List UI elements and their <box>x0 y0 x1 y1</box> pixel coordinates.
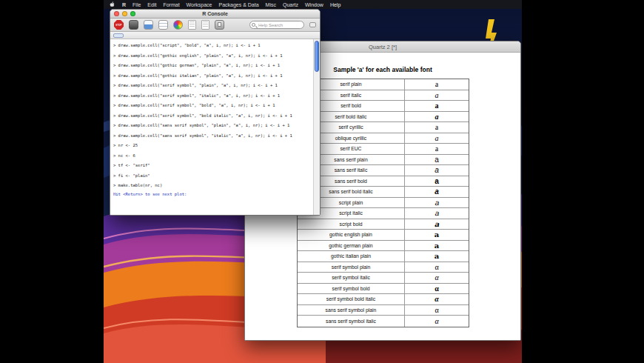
font-name-cell: script bold <box>298 219 405 230</box>
console-line: > draw.sample.cell("serif symbol", "bold… <box>113 101 312 111</box>
font-sample-cell: α <box>405 316 469 327</box>
console-text-area[interactable]: > draw.sample.cell("script", "bold", "a"… <box>110 39 312 215</box>
menu-bar: RFileEditFormatWorkspacePackages & DataM… <box>104 0 522 9</box>
menu-window[interactable]: Window <box>305 2 323 7</box>
font-table-row: serif symbol boldα <box>298 284 469 295</box>
menu-file[interactable]: File <box>133 2 141 7</box>
console-line: > nc <- 6 <box>113 151 312 161</box>
font-sample-cell: a <box>405 219 469 230</box>
font-sample-cell: a <box>405 198 469 208</box>
font-sample-cell: a <box>405 208 469 219</box>
font-sample-cell: α <box>405 284 469 294</box>
toolbar-icons: STOP <box>114 20 224 30</box>
font-sample-cell: a <box>405 122 469 133</box>
console-window: R Console STOP <box>110 9 321 216</box>
menu-edit[interactable]: Edit <box>147 2 156 7</box>
font-sample-cell: a <box>405 155 469 165</box>
zoom-button[interactable] <box>130 11 135 16</box>
apple-menu[interactable] <box>109 1 115 8</box>
menu-items: RFileEditFormatWorkspacePackages & DataM… <box>122 2 341 7</box>
font-table-row: gothic italian plaina <box>298 251 469 262</box>
console-title-bar[interactable]: R Console <box>110 10 320 19</box>
function-browser-button[interactable] <box>113 33 124 38</box>
console-body: > draw.sample.cell("script", "bold", "a"… <box>110 39 320 215</box>
font-table-row: sans serif italica <box>298 165 469 176</box>
font-table-row: sans serif symbol italicα <box>298 316 469 327</box>
console-function-strip <box>110 32 320 39</box>
search-icon <box>252 23 255 27</box>
menu-help[interactable]: Help <box>330 2 341 7</box>
font-sample-cell: a <box>405 251 469 262</box>
font-name-cell: gothic german plain <box>298 241 405 251</box>
menu-workspace[interactable]: Workspace <box>187 2 212 7</box>
font-table-row: serif italica <box>298 90 469 101</box>
font-sample-cell: a <box>405 176 469 187</box>
font-sample-cell: a <box>405 187 469 197</box>
menu-quartz[interactable]: Quartz <box>283 2 298 7</box>
font-table-row: serif symbol plainα <box>298 262 469 273</box>
help-search <box>249 21 304 29</box>
console-line: > draw.sample.cell("serif symbol", "ital… <box>113 91 312 101</box>
font-table-row: serif symbol italicα <box>298 273 469 284</box>
scrollbar-thumb[interactable] <box>315 41 319 72</box>
traffic-lights <box>114 11 135 16</box>
help-search-input[interactable] <box>249 21 304 29</box>
font-name-cell: serif symbol bold italic <box>298 294 405 304</box>
font-table-row: serif bolda <box>298 101 469 112</box>
console-line: > draw.sample.cell("gothic italian", "pl… <box>113 71 312 81</box>
console-line: > draw.sample.cell("script", "bold", "a"… <box>113 41 312 51</box>
console-line: > draw.sample.cell("gothic english", "pl… <box>113 51 312 61</box>
console-line: > draw.sample.cell("sans serif symbol", … <box>113 131 312 141</box>
font-name-cell: serif symbol italic <box>298 273 405 283</box>
grid-icon[interactable] <box>158 20 168 30</box>
font-sample-cell: a <box>405 79 469 90</box>
font-sample-cell: α <box>405 262 469 273</box>
menu-packages-data[interactable]: Packages & Data <box>218 2 258 7</box>
console-window-title: R Console <box>110 11 320 16</box>
font-table-row: sans serif symbol plainα <box>298 305 469 316</box>
minimize-button[interactable] <box>122 11 127 16</box>
console-line: > draw.sample.cell("serif symbol", "bold… <box>113 111 312 121</box>
console-line: > tf <- "serif" <box>113 161 312 171</box>
document-icon[interactable] <box>188 20 196 30</box>
stop-icon-label: STOP <box>115 24 121 27</box>
stop-icon[interactable]: STOP <box>114 20 124 30</box>
font-sample-cell: a <box>405 90 469 101</box>
toolbar-overflow-button[interactable] <box>309 22 316 27</box>
console-line: > fi <- "plain" <box>113 171 312 182</box>
font-name-cell: gothic italian plain <box>298 251 405 262</box>
document2-icon[interactable] <box>201 20 209 30</box>
font-sample-cell: α <box>405 305 469 316</box>
printer-icon[interactable] <box>215 20 224 30</box>
font-table-row: gothic german plaina <box>298 241 469 252</box>
font-name-cell: sans serif symbol plain <box>298 305 405 316</box>
font-table-row: sans serif plaina <box>298 155 469 166</box>
font-table-row: oblique cyrillica <box>298 133 469 144</box>
font-table-row: serif cyrillica <box>298 122 469 133</box>
font-table-row: sans serif bolda <box>298 176 469 187</box>
menu-format[interactable]: Format <box>163 2 179 7</box>
color-wheel-icon[interactable] <box>173 20 183 30</box>
window-icon[interactable] <box>129 20 138 30</box>
font-name-cell: gothic english plain <box>298 230 405 240</box>
console-scrollbar[interactable] <box>313 39 320 215</box>
font-sample-cell: a <box>405 133 469 144</box>
close-button[interactable] <box>114 11 119 16</box>
console-line: > draw.sample.cell("serif symbol", "plai… <box>113 81 312 91</box>
console-lines: > draw.sample.cell("script", "bold", "a"… <box>113 41 312 191</box>
desktop: RFileEditFormatWorkspacePackages & DataM… <box>104 0 522 363</box>
font-table-row: serif EUCa <box>298 144 469 155</box>
chart-icon[interactable] <box>144 20 153 30</box>
font-table-row: script bolda <box>298 219 469 230</box>
console-line: > make.table(nr, nc) <box>113 181 312 191</box>
font-table-row: gothic english plaina <box>298 230 469 241</box>
font-sample-cell: a <box>405 241 469 251</box>
console-toolbar: STOP <box>110 19 320 32</box>
font-name-cell: serif symbol plain <box>298 262 405 273</box>
font-table-row: script plaina <box>298 198 469 209</box>
font-sample-cell: a <box>405 230 469 240</box>
menu-misc[interactable]: Misc <box>266 2 276 7</box>
menu-r[interactable]: R <box>122 2 126 7</box>
console-line: > nr <- 25 <box>113 141 312 151</box>
font-table-row: sans serif bold italica <box>298 187 469 198</box>
